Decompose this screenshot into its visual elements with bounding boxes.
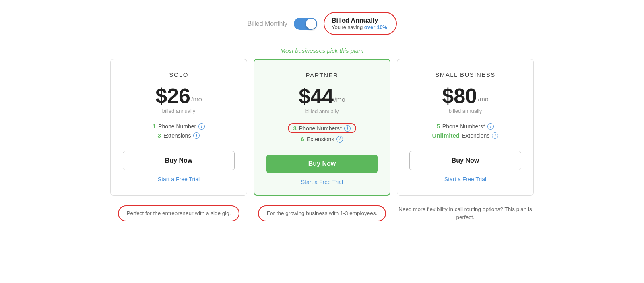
saving-text: You're saving over 10%! bbox=[332, 24, 389, 30]
free-trial-link-solo[interactable]: Start a Free Trial bbox=[158, 176, 200, 182]
ext-count-partner: 6 bbox=[301, 136, 304, 143]
buy-now-button-solo[interactable]: Buy Now bbox=[123, 151, 235, 170]
desc-partner: For the growing business with 1-3 employ… bbox=[254, 205, 390, 222]
ext-info-icon-solo[interactable]: i bbox=[193, 132, 200, 139]
ext-label-small-business: Extensions bbox=[462, 132, 489, 139]
desc-text-partner: For the growing business with 1-3 employ… bbox=[267, 210, 378, 216]
toggle-thumb bbox=[306, 19, 316, 29]
phone-count-partner: 3 bbox=[293, 125, 297, 132]
free-trial-link-partner[interactable]: Start a Free Trial bbox=[301, 179, 343, 185]
plan-name-solo: SOLO bbox=[169, 71, 188, 78]
plan-card-small-business: SMALL BUSINESS $80 /mo billed annually 5… bbox=[397, 59, 534, 196]
buy-now-button-small-business[interactable]: Buy Now bbox=[409, 151, 521, 170]
billed-label-partner: billed annually bbox=[305, 108, 339, 114]
phone-feature-small-business: 5 Phone Numbers* i bbox=[409, 123, 521, 130]
buy-now-button-partner[interactable]: Buy Now bbox=[266, 155, 378, 173]
price-small-business: $80 bbox=[442, 85, 477, 106]
plan-name-small-business: SMALL BUSINESS bbox=[435, 71, 495, 78]
ext-count-solo: 3 bbox=[158, 132, 161, 139]
phone-label-solo: Phone Number bbox=[158, 123, 196, 130]
ext-label-solo: Extensions bbox=[163, 132, 191, 139]
billing-toggle[interactable] bbox=[294, 18, 317, 30]
free-trial-link-small-business[interactable]: Start a Free Trial bbox=[444, 176, 486, 182]
desc-text-small-business: Need more flexibility in call routing op… bbox=[398, 206, 532, 220]
billed-label-small-business: billed annually bbox=[449, 108, 482, 114]
price-per-partner: /mo bbox=[334, 96, 345, 103]
phone-info-icon-solo[interactable]: i bbox=[198, 123, 205, 130]
billed-label-solo: billed annually bbox=[162, 108, 195, 114]
price-row-solo: $26 /mo bbox=[155, 85, 202, 106]
billing-monthly-label: Billed Monthly bbox=[247, 20, 287, 27]
phone-label-small-business: Phone Numbers* bbox=[442, 123, 485, 130]
desc-small-business: Need more flexibility in call routing op… bbox=[397, 205, 534, 222]
phone-count-solo: 1 bbox=[153, 123, 156, 130]
extension-feature-partner: 6 Extensions i bbox=[266, 136, 378, 143]
billing-annually-label: Billed Annually bbox=[332, 17, 378, 24]
price-partner: $44 bbox=[299, 86, 334, 107]
descriptions-container: Perfect for the entrepreneur with a side… bbox=[101, 205, 543, 222]
phone-feature-partner: 3 Phone Numbers* i bbox=[266, 123, 378, 133]
billing-toggle-section: Billed Monthly Billed Annually You're sa… bbox=[247, 12, 396, 35]
plans-container: SOLO $26 /mo billed annually 1 Phone Num… bbox=[101, 59, 543, 196]
features-small-business: 5 Phone Numbers* i Unlimited Extensions … bbox=[409, 123, 521, 141]
desc-oval-solo: Perfect for the entrepreneur with a side… bbox=[118, 205, 240, 221]
saving-suffix: ! bbox=[387, 24, 389, 30]
price-row-partner: $44 /mo bbox=[299, 86, 345, 107]
phone-label-partner: Phone Numbers* bbox=[299, 125, 342, 132]
desc-oval-partner: For the growing business with 1-3 employ… bbox=[258, 205, 386, 221]
plan-card-partner: PARTNER $44 /mo billed annually 3 Phone … bbox=[254, 59, 390, 196]
phone-feature-solo: 1 Phone Number i bbox=[123, 123, 235, 130]
ext-info-icon-partner[interactable]: i bbox=[336, 136, 343, 143]
features-solo: 1 Phone Number i 3 Extensions i bbox=[123, 123, 235, 141]
ext-info-icon-small-business[interactable]: i bbox=[492, 132, 498, 139]
plan-name-partner: PARTNER bbox=[306, 72, 339, 78]
ext-label-partner: Extensions bbox=[307, 136, 334, 143]
most-popular-label: Most businesses pick this plan! bbox=[281, 47, 364, 54]
price-per-small-business: /mo bbox=[478, 96, 489, 103]
ext-count-small-business: Unlimited bbox=[432, 132, 460, 139]
billing-annually-group: Billed Annually You're saving over 10%! bbox=[324, 12, 397, 35]
extension-feature-small-business: Unlimited Extensions i bbox=[409, 132, 521, 139]
phone-info-icon-partner[interactable]: i bbox=[344, 125, 351, 132]
desc-solo: Perfect for the entrepreneur with a side… bbox=[110, 205, 247, 222]
desc-text-solo: Perfect for the entrepreneur with a side… bbox=[127, 210, 231, 216]
saving-prefix: You're saving bbox=[332, 24, 364, 30]
saving-highlight: over 10% bbox=[364, 24, 387, 30]
phone-oval-partner: 3 Phone Numbers* i bbox=[288, 123, 357, 133]
plan-card-solo: SOLO $26 /mo billed annually 1 Phone Num… bbox=[110, 59, 247, 196]
phone-count-small-business: 5 bbox=[437, 123, 440, 130]
price-solo: $26 bbox=[155, 85, 190, 106]
price-per-solo: /mo bbox=[191, 96, 202, 103]
features-partner: 3 Phone Numbers* i 6 Extensions i bbox=[266, 123, 378, 145]
phone-info-icon-small-business[interactable]: i bbox=[487, 123, 494, 130]
extension-feature-solo: 3 Extensions i bbox=[123, 132, 235, 139]
price-row-small-business: $80 /mo bbox=[442, 85, 488, 106]
